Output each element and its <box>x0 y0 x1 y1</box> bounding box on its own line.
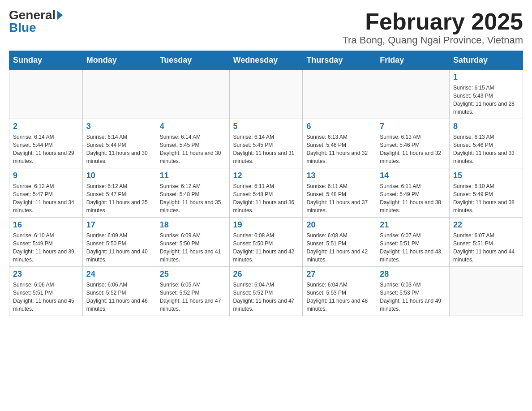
calendar-cell: 10Sunrise: 6:12 AM Sunset: 5:47 PM Dayli… <box>82 168 156 218</box>
day-info: Sunrise: 6:12 AM Sunset: 5:47 PM Dayligh… <box>86 182 152 214</box>
day-number: 23 <box>13 270 79 279</box>
day-info: Sunrise: 6:08 AM Sunset: 5:51 PM Dayligh… <box>306 231 372 264</box>
day-number: 5 <box>233 122 299 131</box>
calendar-cell <box>376 70 450 119</box>
logo-blue-text: Blue <box>9 21 36 34</box>
day-number: 19 <box>233 220 299 230</box>
day-info: Sunrise: 6:09 AM Sunset: 5:50 PM Dayligh… <box>160 231 226 264</box>
day-number: 24 <box>86 270 152 279</box>
header-cell-wednesday: Wednesday <box>229 51 303 70</box>
day-info: Sunrise: 6:14 AM Sunset: 5:44 PM Dayligh… <box>86 133 152 165</box>
day-number: 8 <box>453 122 519 131</box>
day-info: Sunrise: 6:13 AM Sunset: 5:46 PM Dayligh… <box>306 133 372 165</box>
day-info: Sunrise: 6:10 AM Sunset: 5:49 PM Dayligh… <box>13 231 79 264</box>
calendar-cell: 17Sunrise: 6:09 AM Sunset: 5:50 PM Dayli… <box>82 218 156 267</box>
calendar-cell: 27Sunrise: 6:04 AM Sunset: 5:53 PM Dayli… <box>303 267 376 316</box>
day-number: 20 <box>306 220 372 230</box>
calendar-cell: 4Sunrise: 6:14 AM Sunset: 5:45 PM Daylig… <box>156 119 229 168</box>
calendar-table: SundayMondayTuesdayWednesdayThursdayFrid… <box>9 51 523 316</box>
calendar-cell <box>229 70 303 119</box>
calendar-cell: 22Sunrise: 6:07 AM Sunset: 5:51 PM Dayli… <box>450 218 523 267</box>
calendar-body: 1Sunrise: 6:15 AM Sunset: 5:43 PM Daylig… <box>9 70 523 316</box>
day-info: Sunrise: 6:04 AM Sunset: 5:52 PM Dayligh… <box>233 281 299 313</box>
day-info: Sunrise: 6:08 AM Sunset: 5:50 PM Dayligh… <box>233 231 299 264</box>
calendar-cell <box>9 70 83 119</box>
day-number: 26 <box>233 270 299 279</box>
calendar-cell: 16Sunrise: 6:10 AM Sunset: 5:49 PM Dayli… <box>9 218 83 267</box>
day-number: 18 <box>160 220 226 230</box>
title-area: February 2025 Tra Bong, Quang Ngai Provi… <box>342 9 523 46</box>
day-number: 7 <box>380 122 446 131</box>
day-number: 17 <box>86 220 152 230</box>
header-cell-thursday: Thursday <box>303 51 376 70</box>
day-info: Sunrise: 6:11 AM Sunset: 5:48 PM Dayligh… <box>306 182 372 214</box>
calendar-cell <box>303 70 376 119</box>
calendar-week-1: 1Sunrise: 6:15 AM Sunset: 5:43 PM Daylig… <box>9 70 523 119</box>
day-number: 22 <box>453 220 519 230</box>
calendar-cell: 13Sunrise: 6:11 AM Sunset: 5:48 PM Dayli… <box>303 168 376 218</box>
header-cell-friday: Friday <box>376 51 450 70</box>
day-number: 25 <box>160 270 226 279</box>
day-number: 9 <box>13 171 79 180</box>
day-info: Sunrise: 6:14 AM Sunset: 5:44 PM Dayligh… <box>13 133 79 165</box>
header-cell-monday: Monday <box>82 51 156 70</box>
day-info: Sunrise: 6:06 AM Sunset: 5:51 PM Dayligh… <box>13 281 79 313</box>
day-number: 21 <box>380 220 446 230</box>
calendar-week-3: 9Sunrise: 6:12 AM Sunset: 5:47 PM Daylig… <box>9 168 523 218</box>
day-info: Sunrise: 6:12 AM Sunset: 5:47 PM Dayligh… <box>13 182 79 214</box>
calendar-cell: 7Sunrise: 6:13 AM Sunset: 5:46 PM Daylig… <box>376 119 450 168</box>
calendar-cell: 14Sunrise: 6:11 AM Sunset: 5:49 PM Dayli… <box>376 168 450 218</box>
calendar-cell: 2Sunrise: 6:14 AM Sunset: 5:44 PM Daylig… <box>9 119 83 168</box>
calendar-cell: 28Sunrise: 6:03 AM Sunset: 5:53 PM Dayli… <box>376 267 450 316</box>
calendar-week-2: 2Sunrise: 6:14 AM Sunset: 5:44 PM Daylig… <box>9 119 523 168</box>
calendar-cell: 8Sunrise: 6:13 AM Sunset: 5:46 PM Daylig… <box>450 119 523 168</box>
calendar-cell: 3Sunrise: 6:14 AM Sunset: 5:44 PM Daylig… <box>82 119 156 168</box>
day-info: Sunrise: 6:14 AM Sunset: 5:45 PM Dayligh… <box>233 133 299 165</box>
day-info: Sunrise: 6:11 AM Sunset: 5:49 PM Dayligh… <box>380 182 446 214</box>
day-info: Sunrise: 6:05 AM Sunset: 5:52 PM Dayligh… <box>160 281 226 313</box>
page-header: General Blue February 2025 Tra Bong, Qua… <box>9 9 523 46</box>
calendar-cell: 23Sunrise: 6:06 AM Sunset: 5:51 PM Dayli… <box>9 267 83 316</box>
page-title: February 2025 <box>342 9 523 34</box>
calendar-cell: 11Sunrise: 6:12 AM Sunset: 5:48 PM Dayli… <box>156 168 229 218</box>
day-info: Sunrise: 6:06 AM Sunset: 5:52 PM Dayligh… <box>86 281 152 313</box>
header-cell-tuesday: Tuesday <box>156 51 229 70</box>
calendar-cell: 26Sunrise: 6:04 AM Sunset: 5:52 PM Dayli… <box>229 267 303 316</box>
page-subtitle: Tra Bong, Quang Ngai Province, Vietnam <box>342 34 523 46</box>
logo-arrow-icon <box>57 11 63 20</box>
calendar-cell: 25Sunrise: 6:05 AM Sunset: 5:52 PM Dayli… <box>156 267 229 316</box>
day-info: Sunrise: 6:10 AM Sunset: 5:49 PM Dayligh… <box>453 182 519 214</box>
calendar-week-4: 16Sunrise: 6:10 AM Sunset: 5:49 PM Dayli… <box>9 218 523 267</box>
day-info: Sunrise: 6:15 AM Sunset: 5:43 PM Dayligh… <box>453 84 519 116</box>
calendar-cell: 19Sunrise: 6:08 AM Sunset: 5:50 PM Dayli… <box>229 218 303 267</box>
calendar-cell <box>156 70 229 119</box>
header-cell-sunday: Sunday <box>9 51 83 70</box>
day-number: 13 <box>306 171 372 180</box>
day-number: 28 <box>380 270 446 279</box>
calendar-header: SundayMondayTuesdayWednesdayThursdayFrid… <box>9 51 523 70</box>
calendar-cell <box>82 70 156 119</box>
header-cell-saturday: Saturday <box>450 51 523 70</box>
day-info: Sunrise: 6:14 AM Sunset: 5:45 PM Dayligh… <box>160 133 226 165</box>
day-info: Sunrise: 6:04 AM Sunset: 5:53 PM Dayligh… <box>306 281 372 313</box>
day-info: Sunrise: 6:03 AM Sunset: 5:53 PM Dayligh… <box>380 281 446 313</box>
day-number: 10 <box>86 171 152 180</box>
day-info: Sunrise: 6:07 AM Sunset: 5:51 PM Dayligh… <box>453 231 519 264</box>
calendar-cell: 6Sunrise: 6:13 AM Sunset: 5:46 PM Daylig… <box>303 119 376 168</box>
day-info: Sunrise: 6:11 AM Sunset: 5:48 PM Dayligh… <box>233 182 299 214</box>
header-row: SundayMondayTuesdayWednesdayThursdayFrid… <box>9 51 523 70</box>
day-number: 27 <box>306 270 372 279</box>
day-info: Sunrise: 6:13 AM Sunset: 5:46 PM Dayligh… <box>453 133 519 165</box>
calendar-cell: 18Sunrise: 6:09 AM Sunset: 5:50 PM Dayli… <box>156 218 229 267</box>
day-info: Sunrise: 6:13 AM Sunset: 5:46 PM Dayligh… <box>380 133 446 165</box>
day-info: Sunrise: 6:09 AM Sunset: 5:50 PM Dayligh… <box>86 231 152 264</box>
logo: General Blue <box>9 9 63 34</box>
day-number: 12 <box>233 171 299 180</box>
calendar-cell <box>450 267 523 316</box>
day-info: Sunrise: 6:07 AM Sunset: 5:51 PM Dayligh… <box>380 231 446 264</box>
day-number: 6 <box>306 122 372 131</box>
day-number: 11 <box>160 171 226 180</box>
day-number: 14 <box>380 171 446 180</box>
day-number: 16 <box>13 220 79 230</box>
calendar-cell: 12Sunrise: 6:11 AM Sunset: 5:48 PM Dayli… <box>229 168 303 218</box>
